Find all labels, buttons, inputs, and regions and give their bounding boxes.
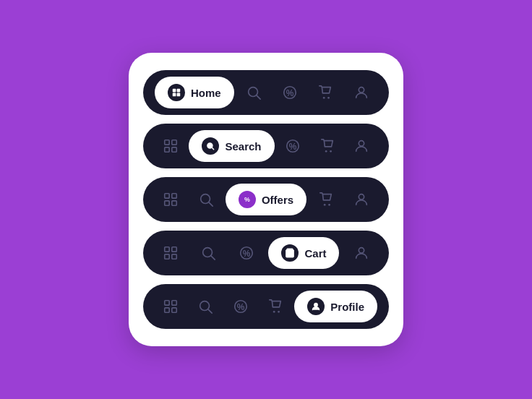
svg-rect-0 (173, 89, 176, 93)
svg-text:%: % (244, 196, 250, 203)
search-pill-icon (202, 137, 219, 155)
svg-rect-44 (165, 308, 169, 312)
nav-bar-home: Home % (143, 70, 389, 115)
svg-text:%: % (236, 302, 244, 312)
svg-point-8 (323, 97, 325, 99)
svg-rect-23 (172, 194, 176, 198)
search-icon-item-4[interactable] (192, 237, 224, 269)
cart-label: Cart (304, 247, 326, 259)
svg-point-9 (328, 97, 330, 99)
svg-rect-45 (172, 308, 176, 312)
offers-label: Offers (262, 194, 293, 206)
home-icon-item-2[interactable] (155, 130, 186, 162)
svg-point-31 (359, 194, 364, 200)
offers-icon-item-5[interactable]: % (225, 291, 257, 322)
svg-rect-42 (165, 301, 169, 305)
cart-icon-item-2[interactable] (312, 130, 343, 162)
home-label: Home (191, 87, 221, 99)
nav-bar-cart: % Cart (143, 231, 389, 275)
svg-point-51 (278, 311, 280, 313)
home-icon-item-4[interactable] (155, 237, 186, 269)
search-icon-item-3[interactable] (190, 184, 222, 215)
svg-line-47 (208, 309, 212, 313)
search-icon-item[interactable] (238, 77, 270, 108)
svg-rect-33 (172, 247, 176, 252)
svg-rect-35 (172, 254, 176, 259)
svg-point-41 (359, 248, 364, 253)
svg-point-19 (325, 150, 327, 153)
cart-pill-icon (281, 244, 299, 262)
svg-line-27 (209, 202, 213, 206)
cart-icon-item-3[interactable] (310, 184, 342, 215)
home-active-pill[interactable]: Home (155, 77, 234, 108)
svg-rect-13 (165, 147, 169, 152)
svg-rect-43 (172, 301, 176, 305)
nav-showcase-card: Home % (129, 53, 403, 346)
svg-rect-24 (165, 201, 169, 205)
cart-icon-item-5[interactable] (259, 291, 291, 322)
svg-point-29 (324, 204, 326, 206)
offers-pill-icon: % (239, 191, 256, 208)
cart-active-pill[interactable]: Cart (268, 237, 339, 269)
offers-icon-item[interactable]: % (274, 77, 306, 108)
home-icon-item-5[interactable] (155, 291, 186, 322)
svg-text:%: % (286, 88, 294, 98)
profile-icon-item[interactable] (346, 77, 377, 108)
svg-line-16 (213, 147, 215, 150)
svg-point-50 (273, 311, 275, 313)
svg-line-5 (257, 95, 260, 99)
svg-text:%: % (289, 142, 297, 152)
nav-bar-profile: % Profile (143, 284, 389, 329)
profile-active-pill[interactable]: Profile (294, 291, 377, 322)
offers-icon-item-4[interactable]: % (231, 237, 262, 269)
offers-active-pill[interactable]: % Offers (226, 184, 306, 215)
svg-rect-2 (173, 93, 176, 97)
search-label: Search (225, 140, 261, 153)
offers-icon-item-2[interactable]: % (277, 130, 309, 162)
svg-rect-11 (165, 140, 169, 145)
svg-point-30 (328, 204, 330, 206)
cart-icon-item[interactable] (309, 77, 341, 108)
svg-point-21 (359, 141, 364, 146)
svg-rect-14 (172, 147, 176, 152)
svg-rect-3 (177, 93, 181, 97)
svg-rect-25 (172, 201, 176, 205)
svg-point-52 (314, 303, 318, 306)
home-pill-icon (168, 84, 185, 101)
profile-icon-item-3[interactable] (346, 184, 377, 215)
profile-icon-item-2[interactable] (346, 130, 377, 162)
svg-text:%: % (243, 249, 251, 259)
nav-bar-search: Search % (143, 124, 389, 168)
svg-line-37 (212, 256, 215, 259)
svg-point-10 (359, 87, 364, 93)
home-icon-item-3[interactable] (155, 184, 186, 215)
nav-bar-offers: % Offers (143, 177, 389, 222)
svg-rect-32 (165, 247, 169, 252)
search-icon-item-5[interactable] (189, 291, 221, 322)
svg-rect-34 (165, 254, 169, 259)
profile-icon-item-4[interactable] (346, 237, 377, 269)
search-active-pill[interactable]: Search (189, 130, 274, 162)
profile-pill-icon (307, 298, 325, 315)
svg-rect-12 (172, 140, 176, 145)
svg-rect-1 (177, 89, 181, 93)
svg-rect-22 (165, 194, 169, 198)
svg-point-20 (330, 150, 332, 153)
profile-label: Profile (330, 301, 364, 313)
